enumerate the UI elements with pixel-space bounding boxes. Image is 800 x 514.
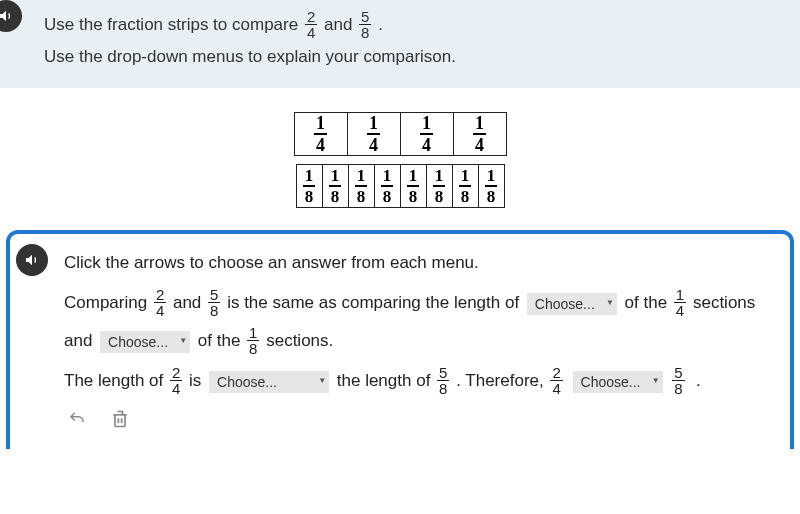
dropdown-1[interactable]: Choose... — [527, 293, 617, 315]
resp-t1: Comparing — [64, 293, 152, 312]
resp-frac-a3: 24 — [550, 365, 562, 396]
resp-frac-b3: 58 — [672, 365, 684, 396]
prompt-frac-1: 2 4 — [305, 9, 317, 40]
response-instruction: Click the arrows to choose an answer fro… — [64, 253, 479, 272]
resp-t10: the length of — [337, 371, 435, 390]
strip-cell-4: 14 — [294, 112, 348, 156]
strip-cell-4: 14 — [347, 112, 401, 156]
undo-icon — [66, 410, 88, 428]
resp-t4: of the — [625, 293, 672, 312]
undo-button[interactable] — [64, 408, 90, 433]
dropdown-2[interactable]: Choose... — [100, 331, 190, 353]
strip-cell-8: 18 — [452, 164, 479, 208]
strip-cell-4: 14 — [400, 112, 454, 156]
resp-t2: and — [173, 293, 206, 312]
speaker-icon — [24, 252, 40, 268]
fraction-strips: 14141414 1818181818181818 — [0, 88, 800, 230]
resp-frac-a2: 24 — [170, 365, 182, 396]
resp-t6: of the — [198, 331, 245, 350]
resp-t8: The length of — [64, 371, 168, 390]
tool-row — [64, 406, 770, 435]
strip-fourths: 14141414 — [294, 112, 507, 156]
strip-cell-8: 18 — [348, 164, 375, 208]
strip-eighths: 1818181818181818 — [296, 164, 505, 208]
delete-button[interactable] — [108, 406, 132, 435]
strip-cell-8: 18 — [478, 164, 505, 208]
resp-frac-b2: 58 — [437, 365, 449, 396]
resp-frac-q8: 18 — [247, 325, 259, 356]
strip-cell-8: 18 — [400, 164, 427, 208]
resp-t7: sections. — [266, 331, 333, 350]
resp-frac-a1: 24 — [154, 287, 166, 318]
resp-t13: . — [691, 371, 700, 390]
prompt-frac-2: 5 8 — [359, 9, 371, 40]
speaker-icon — [0, 8, 14, 24]
prompt-text-1a: Use the fraction strips to compare — [44, 15, 303, 34]
audio-button-response[interactable] — [16, 244, 48, 276]
trash-icon — [110, 408, 130, 430]
prompt-banner: Use the fraction strips to compare 2 4 a… — [0, 0, 800, 88]
strip-cell-4: 14 — [453, 112, 507, 156]
prompt-text-2: Use the drop-down menus to explain your … — [44, 43, 782, 70]
strip-cell-8: 18 — [322, 164, 349, 208]
prompt-text-1b: and — [324, 15, 357, 34]
resp-frac-q4: 14 — [674, 287, 686, 318]
strip-cell-8: 18 — [374, 164, 401, 208]
strip-cell-8: 18 — [296, 164, 323, 208]
response-card: Click the arrows to choose an answer fro… — [6, 230, 794, 449]
resp-frac-b1: 58 — [208, 287, 220, 318]
strip-cell-8: 18 — [426, 164, 453, 208]
resp-t3: is the same as comparing the length of — [227, 293, 524, 312]
audio-button-prompt[interactable] — [0, 0, 22, 32]
prompt-text-1c: . — [378, 15, 383, 34]
dropdown-3[interactable]: Choose... — [209, 371, 329, 393]
dropdown-4[interactable]: Choose... — [573, 371, 663, 393]
resp-t9: is — [189, 371, 206, 390]
resp-t11: . Therefore, — [456, 371, 548, 390]
